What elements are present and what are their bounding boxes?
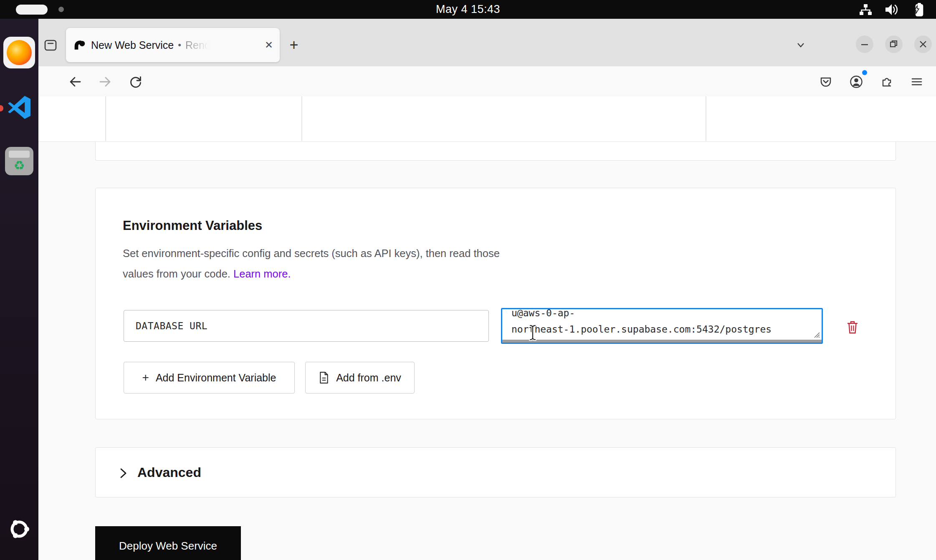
firefox-view-icon[interactable] [43,37,58,53]
dock-ubuntu-launcher[interactable] [8,517,31,541]
ubuntu-icon [8,517,31,541]
advanced-section-title[interactable]: Advanced [137,465,201,480]
list-tabs-chevron-icon[interactable] [792,36,810,54]
menu-hamburger-icon[interactable] [908,73,926,91]
recycle-icon: ♻ [14,159,25,172]
textarea-scrollbar[interactable] [502,340,822,343]
tab-title: New Web Service [91,39,174,51]
section-title: Environment Variables [123,218,262,233]
tab-bar: New Web Service • Rend ✕ + [38,19,936,66]
firefox-icon [7,40,32,65]
firefox-window: New Web Service • Rend ✕ + [38,19,936,560]
system-clock[interactable]: May 4 15:43 [0,0,936,19]
header-divider [301,96,302,141]
file-document-icon [319,371,329,384]
tab-separator: • [178,40,181,50]
restore-button[interactable] [885,35,903,53]
back-button[interactable] [66,73,84,91]
account-icon [849,75,863,89]
learn-more-link[interactable]: Learn more. [233,268,291,280]
resize-grip-icon[interactable] [813,331,820,338]
volume-icon [884,3,899,17]
minimize-button[interactable] [856,35,873,53]
env-key-input[interactable] [124,310,489,342]
screen: May 4 15:43 [0,0,936,560]
system-top-bar: May 4 15:43 [0,0,936,19]
render-app-header: M My Workspace New Web Service Search ^ … [38,96,936,142]
plus-icon: + [142,371,149,384]
reload-button[interactable] [126,73,145,91]
forward-button[interactable] [96,73,114,91]
env-value-line2: northeast-1.pooler.supabase.com:5432/pos… [511,321,822,338]
vscode-icon [7,94,32,119]
add-from-env-button[interactable]: Add from .env [305,362,415,394]
tab-title-suffix: Rend [185,39,210,51]
header-divider [706,96,706,141]
new-tab-button[interactable]: + [285,36,303,54]
dock-recycle-app[interactable]: ♻ [5,147,33,175]
delete-env-var-button[interactable] [846,320,859,335]
description-line1: Set environment-specific config and secr… [123,247,500,259]
add-environment-variable-button[interactable]: + Add Environment Variable [124,362,295,394]
header-divider [105,96,106,141]
advanced-card[interactable]: Advanced [95,447,896,497]
vscode-notification-badge [0,105,3,111]
env-value-line1: u@aws-0-ap- [511,308,822,321]
account-notification-dot [862,70,867,75]
section-description: Set environment-specific config and secr… [123,243,500,284]
previous-card-partial [95,142,896,161]
network-icon [858,3,873,17]
deploy-web-service-button[interactable]: Deploy Web Service [95,526,241,560]
environment-variables-card: Environment Variables Set environment-sp… [95,188,896,419]
dock: ♻ [0,19,38,560]
dock-vscode[interactable] [5,93,33,120]
page-content: Environment Variables Set environment-sp… [38,142,936,560]
browser-tab[interactable]: New Web Service • Rend ✕ [66,28,280,62]
env-value-visible-text: u@aws-0-ap- northeast-1.pooler.supabase.… [502,308,822,338]
render-favicon [74,40,85,50]
recycle-app-slot [9,151,30,158]
dock-firefox[interactable] [3,37,35,68]
tab-close-icon[interactable]: ✕ [265,40,273,50]
battery-charging-icon [911,2,925,17]
add-from-env-label: Add from .env [336,372,401,384]
mouse-cursor-ibeam [529,324,537,341]
system-tray[interactable] [858,0,925,19]
pocket-icon[interactable] [817,73,835,91]
trash-icon [846,320,859,334]
close-window-button[interactable] [914,35,932,53]
account-button[interactable] [847,73,865,91]
add-environment-variable-label: Add Environment Variable [156,372,276,384]
extensions-icon[interactable] [878,73,896,91]
chevron-right-icon[interactable] [118,467,128,479]
env-value-textarea[interactable]: u@aws-0-ap- northeast-1.pooler.supabase.… [501,308,823,344]
navigation-toolbar: https://dashboard.render.com/web/new [38,66,936,96]
description-line2: values from your code. [123,268,233,280]
